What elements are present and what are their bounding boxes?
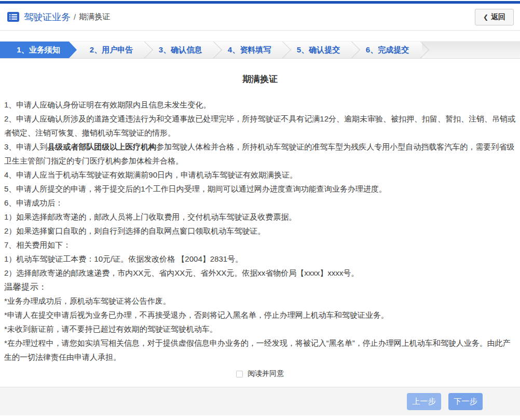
notice-text: 1、申请人应确认身份证明在有效期限内且信息未发生变化。2、申请人应确认所涉及的道… (4, 98, 516, 364)
back-button[interactable]: ❮ 返回 (475, 9, 514, 25)
notice-line: 1）机动车驾驶证工本费：10元/证。依据发改价格 【2004】2831号。 (4, 252, 516, 266)
notice-line: 2）选择邮政寄递的邮政速递费，市内XX元、省内XX元、省外XX元。依据xx省物价… (4, 266, 516, 280)
step-label: 5、确认提交 (297, 45, 340, 55)
step-2[interactable]: 2、用户申告 (77, 42, 146, 58)
back-button-label: 返回 (491, 12, 505, 22)
header: 驾驶证业务 / 期满换证 ❮ 返回 (0, 4, 520, 31)
bottom-white-strip (0, 415, 520, 420)
step-6[interactable]: 6、完成提交 (353, 42, 422, 58)
notice-line: *在办理过程中，请您如实填写相关信息，对于提供虚假信息申办业务的，一经发现，将被… (4, 336, 516, 364)
step-label: 6、完成提交 (366, 45, 409, 55)
agree-row: 阅读并同意 (4, 369, 516, 378)
breadcrumb-secondary: 期满换证 (79, 12, 110, 22)
step-1[interactable]: 1、业务须知 (0, 42, 77, 58)
notice-line: 3、申请人到县级或者部队团级以上医疗机构参加驾驶人体检并合格，所持机动车驾驶证的… (4, 140, 516, 168)
footer-action-bar: 上一步 下一步 (0, 387, 520, 415)
page: 驾驶证业务 / 期满换证 ❮ 返回 1、业务须知2、用户申告3、确认信息4、资料… (0, 0, 520, 420)
step-label: 4、资料填写 (228, 45, 271, 55)
notice-content: 期满换证 1、申请人应确认身份证明在有效期限内且信息未发生变化。2、申请人应确认… (0, 59, 520, 387)
notice-line: 5、申请人所提交的申请，将于提交后的1个工作日内受理，期间可以通过网办进度查询功… (4, 182, 516, 196)
breadcrumb-primary: 驾驶证业务 (24, 11, 71, 23)
chevron-left-icon: ❮ (483, 13, 488, 21)
step-5[interactable]: 5、确认提交 (284, 42, 353, 58)
list-icon (7, 12, 19, 22)
next-step-button[interactable]: 下一步 (448, 393, 483, 410)
breadcrumb-separator: / (74, 12, 76, 21)
step-filler (422, 42, 520, 58)
step-wizard: 1、业务须知2、用户申告3、确认信息4、资料填写5、确认提交6、完成提交 (0, 41, 520, 59)
notice-line: 7、相关费用如下： (4, 238, 516, 252)
notice-line: *业务办理成功后，原机动车驾驶证将公告作废。 (4, 294, 516, 308)
notice-line: *申请人在提交申请后视为业务已办理，不再接受退办，否则将记入黑名单，停止办理网上… (4, 308, 516, 322)
step-4[interactable]: 4、资料填写 (215, 42, 284, 58)
notice-line: 2、申请人应确认所涉及的道路交通违法行为和交通事故已处理完毕，所持驾驶证不具有记… (4, 112, 516, 140)
notice-line: 6、申请成功后： (4, 196, 516, 210)
page-title: 期满换证 (4, 73, 516, 85)
notice-line: 1）如果选择邮政寄递的，邮政人员将上门收取费用，交付机动车驾驶证及收费票据。 (4, 210, 516, 224)
agree-label[interactable]: 阅读并同意 (248, 369, 284, 378)
notice-line: 温馨提示： (4, 280, 516, 294)
step-label: 2、用户申告 (90, 45, 133, 55)
agree-checkbox[interactable] (236, 371, 243, 377)
notice-line: 4、申请人应当于机动车驾驶证有效期满前90日内，申请机动车驾驶证有效期满换证。 (4, 168, 516, 182)
notice-line: 2）如果选择窗口自取的，则自行到选择的自取网点窗口领取机动车驾驶证。 (4, 224, 516, 238)
step-3[interactable]: 3、确认信息 (146, 42, 215, 58)
notice-line: 1、申请人应确认身份证明在有效期限内且信息未发生变化。 (4, 98, 516, 112)
step-label: 1、业务须知 (17, 45, 60, 55)
notice-line: *未收到新证前，请不要持已超过有效期的驾驶证驾驶机动车。 (4, 322, 516, 336)
step-label: 3、确认信息 (159, 45, 202, 55)
breadcrumb: 驾驶证业务 / 期满换证 (7, 11, 110, 23)
prev-step-button[interactable]: 上一步 (407, 393, 441, 410)
